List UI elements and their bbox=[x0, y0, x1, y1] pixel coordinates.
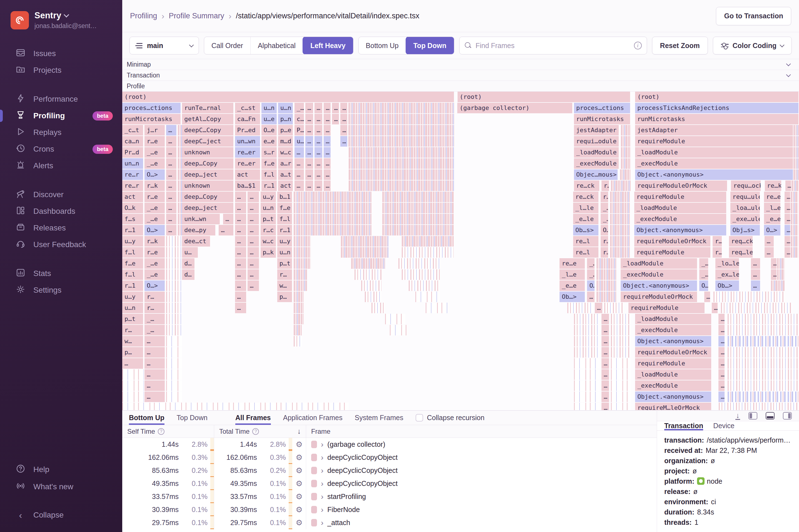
flame-frame[interactable]: f…s bbox=[122, 214, 144, 224]
flame-frame[interactable]: … bbox=[305, 158, 314, 169]
breadcrumb-profiling[interactable]: Profiling bbox=[130, 12, 157, 20]
flame-frame[interactable]: w…c bbox=[278, 147, 293, 158]
flame-frame[interactable]: … bbox=[719, 369, 725, 380]
flame-frame[interactable]: … bbox=[324, 158, 331, 169]
flame-frame[interactable]: … bbox=[235, 281, 247, 291]
sidebar-item-help[interactable]: Help bbox=[0, 461, 122, 478]
flame-frame[interactable]: … bbox=[166, 214, 177, 224]
flame-frame[interactable]: r…1 bbox=[261, 180, 277, 191]
flame-frame[interactable]: … bbox=[166, 158, 177, 169]
flame-frame[interactable]: … bbox=[315, 147, 323, 158]
flame-frame[interactable]: … bbox=[324, 114, 331, 125]
color-coding-button[interactable]: Color Coding bbox=[713, 37, 792, 54]
flame-frame[interactable]: O…k bbox=[122, 203, 144, 213]
flame-frame[interactable]: … bbox=[166, 169, 177, 180]
flame-frame[interactable]: … bbox=[315, 180, 323, 191]
flame-frame[interactable]: … bbox=[771, 269, 777, 280]
flame-frame[interactable]: _execModule bbox=[574, 158, 619, 169]
sidebar-item-settings[interactable]: Settings bbox=[0, 282, 122, 299]
flame-frame[interactable]: … bbox=[719, 336, 725, 346]
flame-frame[interactable]: … bbox=[340, 103, 348, 113]
flame-frame[interactable]: … bbox=[601, 369, 610, 380]
flame-frame[interactable]: _loadModule bbox=[635, 147, 794, 158]
flame-frame[interactable]: un…n bbox=[122, 158, 144, 169]
layout-dock-bottom-icon[interactable] bbox=[766, 412, 775, 420]
flame-frame[interactable]: … bbox=[247, 236, 259, 247]
flame-frame[interactable]: w…c bbox=[261, 236, 276, 247]
flame-frame[interactable]: … bbox=[719, 392, 725, 402]
flame-frame[interactable]: … bbox=[315, 169, 323, 180]
flame-frame[interactable]: jestAdapter bbox=[574, 125, 619, 135]
expand-chevron-icon[interactable]: › bbox=[321, 440, 323, 449]
flame-frame[interactable]: r… bbox=[145, 303, 165, 313]
flame-frame[interactable]: _e…e bbox=[764, 214, 781, 224]
flame-frame[interactable]: re…k bbox=[765, 180, 782, 191]
collapse-recursion-checkbox[interactable] bbox=[415, 414, 423, 421]
flame-frame[interactable]: ba…$1 bbox=[235, 180, 261, 191]
breadcrumb-profile-summary[interactable]: Profile Summary bbox=[169, 12, 224, 20]
flame-frame[interactable]: … bbox=[751, 258, 761, 269]
flame-frame[interactable]: req…ck bbox=[729, 236, 753, 247]
gear-icon[interactable]: ⚙ bbox=[296, 466, 302, 475]
flame-frame[interactable]: … bbox=[145, 347, 165, 358]
sidebar-item-stats[interactable]: Stats bbox=[0, 265, 122, 282]
flame-frame[interactable]: u…n bbox=[261, 103, 277, 113]
flame-frame[interactable]: r…e bbox=[145, 136, 165, 147]
flame-frame[interactable]: … bbox=[315, 136, 323, 147]
flame-frame[interactable]: runTe…rnal bbox=[182, 103, 234, 113]
flame-frame[interactable]: … bbox=[235, 214, 247, 224]
question-icon[interactable]: ? bbox=[158, 428, 165, 435]
flame-frame[interactable]: O…> bbox=[145, 281, 165, 291]
flame-frame[interactable]: r…e bbox=[145, 247, 165, 258]
flame-frame[interactable]: u…y bbox=[261, 192, 276, 202]
flame-frame[interactable]: act bbox=[278, 180, 293, 191]
thread-select[interactable]: main bbox=[129, 37, 199, 54]
tab-system-frames[interactable]: System Frames bbox=[355, 411, 403, 425]
flame-frame[interactable]: _e…e bbox=[559, 281, 586, 291]
flame-frame[interactable]: r… bbox=[712, 247, 722, 258]
gear-icon[interactable]: ⚙ bbox=[296, 518, 302, 527]
flame-frame[interactable]: r…c bbox=[261, 225, 276, 235]
flame-frame[interactable]: un…wn bbox=[235, 136, 261, 147]
flame-frame[interactable]: requi…odule bbox=[574, 136, 619, 147]
flame-frame[interactable]: ca…Fn bbox=[235, 114, 261, 125]
flame-frame[interactable]: getAl…Copy bbox=[182, 114, 234, 125]
flame-frame[interactable]: … bbox=[324, 180, 331, 191]
expand-chevron-icon[interactable]: › bbox=[321, 518, 323, 527]
flame-frame[interactable]: requ…ock bbox=[731, 180, 761, 191]
flame-frame[interactable]: … bbox=[601, 358, 610, 369]
flame-frame[interactable]: r… bbox=[122, 325, 144, 336]
flame-frame[interactable]: … bbox=[712, 303, 718, 313]
flame-frame[interactable]: … bbox=[247, 269, 259, 280]
expand-chevron-icon[interactable]: › bbox=[321, 466, 323, 475]
flame-frame[interactable]: … bbox=[719, 314, 725, 324]
flame-frame[interactable]: dee…py bbox=[182, 225, 216, 235]
flame-frame[interactable]: unk…wn bbox=[182, 214, 220, 224]
flame-frame[interactable]: O…> bbox=[764, 225, 781, 235]
flame-frame[interactable]: r… bbox=[601, 192, 609, 202]
flame-frame[interactable]: … bbox=[166, 225, 177, 235]
flame-frame[interactable]: requireModule bbox=[634, 192, 727, 202]
flame-frame[interactable]: jestAdapter bbox=[635, 125, 794, 135]
go-to-transaction-button[interactable]: Go to Transaction bbox=[716, 7, 791, 25]
flame-frame[interactable]: … bbox=[315, 125, 323, 135]
flame-frame[interactable]: _execModule bbox=[635, 380, 712, 391]
flame-frame[interactable]: w… bbox=[277, 281, 293, 291]
flame-frame[interactable]: Ob…> bbox=[559, 291, 586, 302]
flame-frame[interactable]: _execModule bbox=[635, 325, 712, 336]
flame-frame[interactable]: re…l bbox=[573, 236, 599, 247]
sidebar-item-replays[interactable]: Replays bbox=[0, 124, 122, 141]
flame-frame[interactable]: runMicrotasks bbox=[122, 114, 181, 125]
flame-frame[interactable]: r… bbox=[712, 236, 722, 247]
flame-frame[interactable]: c… bbox=[295, 114, 304, 125]
flame-frame[interactable]: runMicrotasks bbox=[574, 114, 631, 125]
flame-frame[interactable]: … bbox=[247, 225, 259, 235]
flame-frame[interactable]: P… bbox=[295, 125, 304, 135]
flame-frame[interactable]: unknown bbox=[182, 180, 234, 191]
flame-frame[interactable]: deep…ject bbox=[182, 203, 234, 213]
flame-frame[interactable]: … bbox=[601, 325, 610, 336]
flame-frame[interactable]: (root) bbox=[122, 92, 454, 102]
flame-frame[interactable]: f…l bbox=[122, 247, 144, 258]
flame-frame[interactable]: … bbox=[771, 258, 777, 269]
sort-left-heavy[interactable]: Left Heavy bbox=[302, 37, 353, 54]
